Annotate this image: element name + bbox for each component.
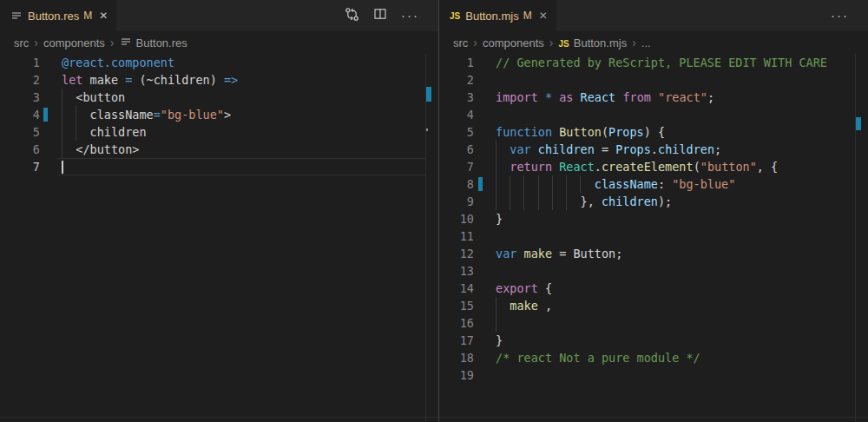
code-token: // Generated by ReScript, PLEASE EDIT WI… — [496, 56, 827, 69]
modified-badge: M — [523, 10, 532, 22]
code-line[interactable]: 4 — [439, 106, 868, 123]
code-line[interactable]: 7 return React.createElement("button", { — [439, 158, 868, 175]
code-token: @react.component — [62, 56, 174, 69]
breadcrumb-item[interactable]: Button.res — [120, 36, 187, 50]
text-cursor — [62, 161, 63, 174]
breadcrumb-item[interactable]: src — [14, 36, 29, 49]
code-token: className — [595, 177, 658, 191]
code-token: = — [154, 108, 161, 122]
line-number: 11 — [439, 227, 474, 245]
code-token: ; — [707, 90, 714, 104]
code-line[interactable]: 10} — [439, 210, 868, 227]
breadcrumb-label: Button.mjs — [574, 36, 627, 49]
code-token: var — [496, 247, 516, 260]
code-line[interactable]: 2 — [439, 71, 868, 89]
breadcrumb-item[interactable]: components — [43, 36, 105, 49]
code-token: React — [581, 90, 616, 104]
tab-button-mjs[interactable]: JS Button.mjs M ✕ — [439, 0, 556, 31]
more-actions-button[interactable]: ··· — [401, 8, 419, 23]
code-line[interactable]: 9 }, children); — [439, 193, 868, 210]
code-line[interactable]: 6 var children = Props.children; — [439, 141, 868, 158]
code-line[interactable]: 6 </button> — [0, 141, 438, 158]
line-number: 9 — [439, 193, 474, 210]
code-token: = — [552, 247, 573, 260]
breadcrumb-separator: › — [473, 36, 477, 49]
code-line[interactable]: 15 make , — [439, 297, 868, 314]
code-line[interactable]: 4 className="bg-blue"> — [0, 106, 438, 123]
code-line[interactable]: 14export { — [439, 280, 868, 297]
line-number: 2 — [0, 71, 40, 89]
line-number: 7 — [0, 158, 40, 175]
breadcrumb-label: components — [43, 36, 105, 49]
close-icon[interactable]: ✕ — [99, 10, 108, 22]
code-token: { — [538, 281, 552, 295]
line-number: 6 — [439, 141, 474, 158]
breadcrumb-label: Button.res — [136, 36, 187, 49]
line-number: 4 — [0, 106, 40, 123]
code-line[interactable]: 19 — [439, 366, 868, 384]
code-token: children — [658, 142, 714, 156]
code-line[interactable]: 3import * as React from "react"; — [439, 89, 868, 106]
indent-guide — [496, 314, 496, 332]
breadcrumb-item[interactable]: ... — [641, 36, 651, 49]
code-token: "bg-blue" — [161, 108, 224, 122]
code-line[interactable]: 3 <button — [0, 89, 438, 106]
compare-changes-icon — [345, 7, 359, 25]
line-number: 19 — [439, 366, 474, 384]
code-line[interactable]: 11 — [439, 227, 868, 245]
code-line[interactable]: 5 children — [0, 123, 438, 141]
code-token: Button; — [573, 247, 622, 260]
split-editor-button[interactable] — [373, 7, 387, 24]
window-bottom-border — [0, 417, 868, 418]
code-text: className="bg-blue"> — [62, 106, 231, 123]
breadcrumb-item[interactable]: src — [453, 36, 468, 49]
code-line[interactable]: 18/* react Not a pure module */ — [439, 349, 868, 366]
code-token: ( — [694, 160, 700, 174]
more-actions-button[interactable]: ··· — [831, 8, 849, 23]
code-line[interactable]: 1@react.component — [0, 54, 438, 71]
code-line[interactable]: 17} — [439, 332, 868, 349]
ellipsis-icon: ··· — [401, 8, 419, 23]
tab-button-res[interactable]: Button.res M ✕ — [0, 0, 116, 31]
ruler-mark-modified — [856, 117, 861, 130]
code-token: ) { — [644, 125, 665, 139]
code-token: "react" — [658, 90, 707, 104]
code-line[interactable]: 2let make = (~children) => — [0, 71, 438, 89]
line-number: 3 — [0, 89, 40, 106]
code-line[interactable]: 7 — [0, 158, 438, 175]
code-token — [651, 90, 658, 104]
code-lines: 1// Generated by ReScript, PLEASE EDIT W… — [439, 54, 868, 384]
code-token: Props — [608, 125, 644, 139]
code-token: = — [595, 142, 615, 156]
code-token: . — [651, 142, 658, 156]
code-line[interactable]: 8 className: "bg-blue" — [439, 175, 868, 193]
overview-ruler[interactable] — [425, 54, 438, 422]
code-text: return React.createElement("button", { — [496, 158, 778, 175]
editor-group-sash[interactable] — [438, 0, 439, 422]
code-token: } — [496, 333, 503, 347]
tab-bar-right: JS Button.mjs M ✕ ··· — [439, 0, 868, 31]
code-token: function — [496, 125, 552, 139]
breadcrumb-item[interactable]: components — [483, 36, 544, 49]
tab-title: Button.res — [28, 10, 79, 23]
code-line[interactable]: 1// Generated by ReScript, PLEASE EDIT W… — [439, 54, 868, 71]
code-token: make — [510, 299, 538, 313]
close-icon[interactable]: ✕ — [539, 10, 548, 22]
code-token: createElement — [602, 160, 694, 174]
code-line[interactable]: 16 — [439, 314, 868, 332]
modified-badge: M — [83, 10, 92, 22]
code-text: /* react Not a pure module */ — [496, 349, 700, 366]
code-token: ; — [714, 142, 721, 156]
code-token: <button — [62, 90, 125, 104]
breadcrumb-label: src — [14, 36, 29, 49]
overview-ruler[interactable] — [855, 54, 868, 422]
code-line[interactable]: 12var make = Button; — [439, 245, 868, 262]
open-changes-button[interactable] — [345, 7, 359, 25]
code-text: // Generated by ReScript, PLEASE EDIT WI… — [496, 54, 827, 71]
code-line[interactable]: 13 — [439, 262, 868, 280]
res-file-icon — [10, 10, 23, 22]
code-line[interactable]: 5function Button(Props) { — [439, 123, 868, 141]
breadcrumb-item[interactable]: JSButton.mjs — [559, 36, 628, 49]
line-number: 18 — [439, 349, 474, 366]
code-token: * — [545, 90, 552, 104]
